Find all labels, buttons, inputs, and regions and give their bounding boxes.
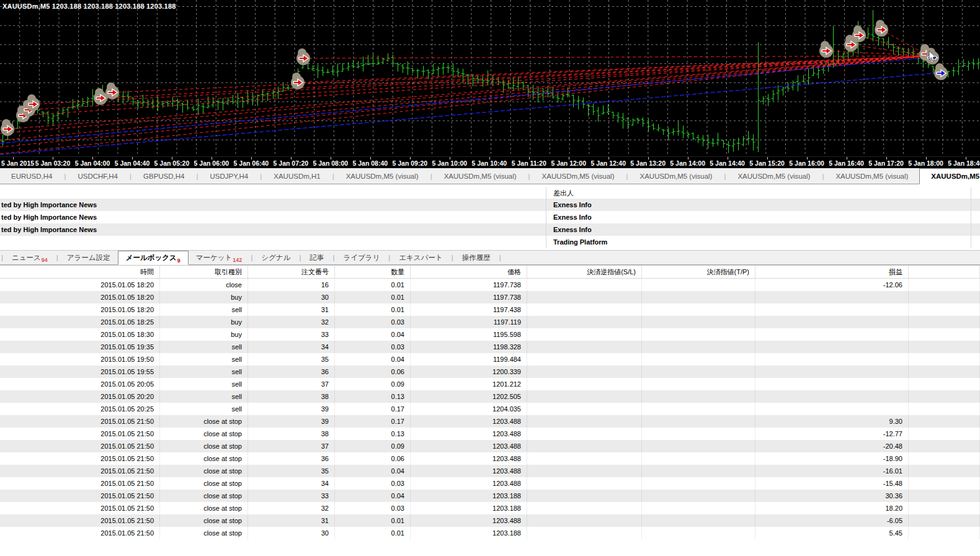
tab-separator: | — [0, 254, 4, 261]
terminal-tab-5[interactable]: シグナル — [254, 251, 298, 264]
tp-cell — [642, 490, 755, 502]
mail-subject: ted by High Importance News — [0, 201, 547, 208]
trade-column-header[interactable]: 数量 — [335, 266, 411, 278]
tab-separator: | — [55, 254, 60, 261]
trade-row[interactable]: 2015.01.05 21:50close at stop360.061203.… — [0, 452, 980, 465]
terminal-tab-6[interactable]: 記事 — [302, 251, 331, 264]
trade-column-header[interactable]: 決済逆指値(S/L) — [527, 266, 642, 278]
sl-cell — [527, 415, 642, 428]
time-cell: 2015.01.05 19:50 — [0, 353, 160, 365]
profit-cell — [755, 353, 909, 365]
chart-tab-xauusdm-h1[interactable]: XAUUSDm,H1 — [262, 168, 331, 184]
trade-column-header[interactable]: 損益 — [755, 266, 909, 278]
trade-column-header[interactable] — [909, 266, 980, 278]
trade-row[interactable]: 2015.01.05 21:50close at stop380.131203.… — [0, 428, 980, 440]
mail-row[interactable]: ted by High Importance NewsExness Info — [0, 199, 980, 211]
trade-row[interactable]: 2015.01.05 21:50close at stop370.091203.… — [0, 440, 980, 452]
terminal-tab-9[interactable]: 操作履歴 — [455, 251, 498, 264]
chart-tab-eurusd-h4[interactable]: EURUSD,H4 — [0, 168, 63, 184]
time-axis-label: 5 Jan 06:40 — [234, 159, 269, 167]
chart-tab-gbpusd-h4[interactable]: GBPUSD,H4 — [132, 168, 195, 184]
chart-tab-xauusdm-m5-visual-[interactable]: XAUUSDm,M5 (visual) — [824, 168, 919, 184]
volume-cell: 0.03 — [335, 341, 411, 353]
mail-column-divider[interactable] — [546, 187, 546, 248]
mail-row[interactable]: Trading Platform — [0, 236, 980, 248]
mail-row[interactable]: ted by High Importance NewsExness Info — [0, 211, 980, 223]
chart-tab-usdchf-h4[interactable]: USDCHF,H4 — [66, 168, 129, 184]
chart-symbol-title: XAUUSDm,M5 1203.188 1203.188 1203.188 12… — [2, 2, 176, 10]
trade-row[interactable]: 2015.01.05 18:20close160.011197.738-12.0… — [0, 279, 980, 291]
price-cell: 1203.188 — [411, 502, 527, 514]
trade-column-header[interactable]: 決済指値(T/P) — [642, 266, 755, 278]
trade-row[interactable]: 2015.01.05 20:25sell390.171204.035 — [0, 403, 980, 415]
trade-row[interactable]: 2015.01.05 18:25buy320.031197.119 — [0, 316, 980, 328]
order-cell: 39 — [248, 403, 335, 415]
trade-row[interactable]: 2015.01.05 20:20sell380.131202.505 — [0, 390, 980, 403]
empty-cell — [909, 428, 980, 440]
trade-row[interactable]: 2015.01.05 21:50close at stop310.011203.… — [0, 514, 980, 527]
profit-cell — [755, 390, 909, 403]
trade-row[interactable]: 2015.01.05 21:50close at stop340.031203.… — [0, 477, 980, 490]
profit-cell: -20.48 — [755, 440, 909, 452]
chart-canvas[interactable] — [0, 0, 980, 156]
time-axis-label: 5 Jan 18:40 — [948, 159, 980, 167]
terminal-tab-8[interactable]: エキスパート — [391, 251, 450, 264]
chart-tab-xauusdm-m5-visual-[interactable]: XAUUSDm,M5 (visual) — [629, 168, 724, 184]
trade-column-header[interactable]: 価格 — [411, 266, 527, 278]
trade-row[interactable]: 2015.01.05 18:20sell310.011197.438 — [0, 303, 980, 316]
profit-cell: -6.05 — [755, 514, 909, 527]
mail-sender-column-header[interactable]: 差出人 — [547, 189, 574, 198]
chart-tab-xauusdm-m5-visual-[interactable]: XAUUSDm,M5 (visual) — [919, 168, 980, 184]
sl-cell — [527, 316, 642, 328]
sl-cell — [527, 390, 642, 403]
time-axis-label: 5 Jan 13:20 — [630, 159, 666, 167]
trade-row[interactable]: 2015.01.05 20:05sell370.091201.212 — [0, 378, 980, 390]
chart-tab-xauusdm-m5-visual-[interactable]: XAUUSDm,M5 (visual) — [531, 168, 626, 184]
chart-tab-xauusdm-m5-visual-[interactable]: XAUUSDm,M5 (visual) — [335, 168, 430, 184]
volume-cell: 0.04 — [335, 490, 411, 502]
price-cell: 1203.488 — [411, 477, 527, 490]
chart-time-axis[interactable]: 5 Jan 20155 Jan 03:205 Jan 04:005 Jan 04… — [0, 156, 980, 168]
trade-row[interactable]: 2015.01.05 19:35sell340.031198.328 — [0, 341, 980, 353]
trade-column-header[interactable]: 注文番号 — [248, 266, 335, 278]
chart-tab-xauusdm-m5-visual-[interactable]: XAUUSDm,M5 (visual) — [433, 168, 528, 184]
trade-row[interactable]: 2015.01.05 18:20buy300.011197.738 — [0, 291, 980, 303]
mail-column-divider-2[interactable] — [971, 187, 971, 248]
trade-row[interactable]: 2015.01.05 21:50close at stop390.171203.… — [0, 415, 980, 428]
order-cell: 36 — [248, 452, 335, 465]
terminal-tab-7[interactable]: ライブラリ — [336, 251, 387, 264]
mail-row[interactable]: ted by High Importance NewsExness Info — [0, 223, 980, 236]
chart-tab-usdjpy-h4[interactable]: USDJPY,H4 — [198, 168, 259, 184]
mail-sender: Exness Info — [547, 201, 592, 208]
volume-cell: 0.13 — [335, 390, 411, 403]
trade-column-header[interactable]: 取引種別 — [160, 266, 248, 278]
empty-cell — [909, 279, 980, 291]
volume-cell: 0.06 — [335, 365, 411, 378]
terminal-tab-1[interactable]: ニュース94 — [4, 251, 55, 264]
trade-row[interactable]: 2015.01.05 21:50close at stop300.011203.… — [0, 527, 980, 539]
empty-cell — [909, 328, 980, 341]
profit-cell — [755, 316, 909, 328]
tab-separator: | — [450, 254, 455, 261]
empty-cell — [909, 490, 980, 502]
trade-column-header[interactable]: 時間 — [0, 266, 160, 278]
price-cell: 1198.328 — [411, 341, 527, 353]
time-axis-label: 5 Jan 10:00 — [432, 159, 467, 167]
trade-row[interactable]: 2015.01.05 21:50close at stop330.041203.… — [0, 490, 980, 502]
time-axis-label: 5 Jan 18:00 — [908, 159, 943, 167]
time-cell: 2015.01.05 21:50 — [0, 428, 160, 440]
time-axis-label: 5 Jan 14:40 — [710, 159, 745, 167]
empty-cell — [909, 527, 980, 539]
trade-row[interactable]: 2015.01.05 19:50sell350.041199.484 — [0, 353, 980, 365]
trade-row[interactable]: 2015.01.05 21:50close at stop320.031203.… — [0, 502, 980, 514]
trade-row[interactable]: 2015.01.05 21:50close at stop350.041203.… — [0, 465, 980, 477]
chart-tab-xauusdm-m5-visual-[interactable]: XAUUSDm,M5 (visual) — [726, 168, 821, 184]
terminal-tab-2[interactable]: アラーム設定 — [60, 251, 118, 264]
terminal-tab-3[interactable]: メールボックス9 — [118, 251, 189, 265]
profit-cell: -15.48 — [755, 477, 909, 490]
sl-cell — [527, 514, 642, 527]
trade-row[interactable]: 2015.01.05 19:55sell360.061200.339 — [0, 365, 980, 378]
price-chart[interactable]: XAUUSDm,M5 1203.188 1203.188 1203.188 12… — [0, 0, 980, 156]
trade-row[interactable]: 2015.01.05 18:30buy330.041195.598 — [0, 328, 980, 341]
terminal-tab-4[interactable]: マーケット142 — [189, 251, 250, 264]
